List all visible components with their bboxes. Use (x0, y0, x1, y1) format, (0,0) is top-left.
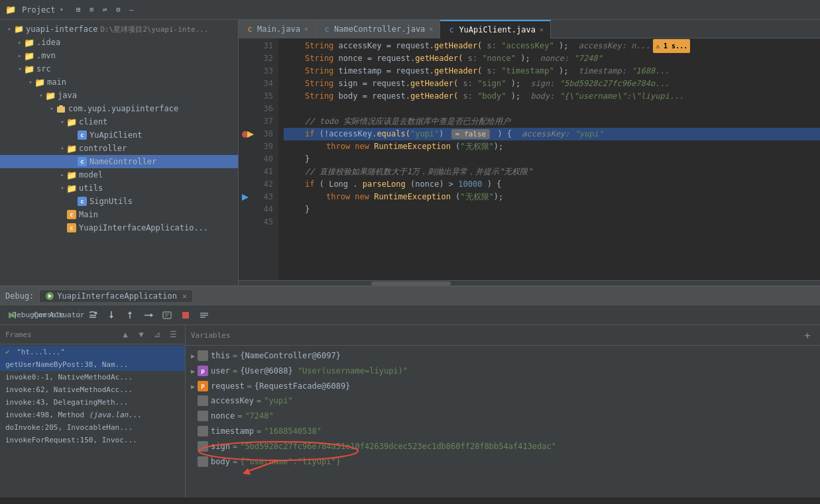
code-line-39[interactable]: throw new RuntimeException ("无权限"); (284, 140, 820, 153)
sidebar-item-model[interactable]: ▸ 📁 model (0, 168, 238, 181)
project-label[interactable]: Project (22, 5, 56, 15)
step-over-btn[interactable] (84, 308, 101, 323)
tab-yc-close[interactable]: ✕ (540, 26, 544, 33)
code-line-37[interactable]: // todo 实际情况应该是去数据库中查是否已分配给用户 (284, 115, 820, 128)
frame-item-1[interactable]: getUserNameByPost:38, Nam... (0, 358, 185, 371)
bp-44[interactable] (239, 203, 252, 216)
bp-31[interactable] (239, 40, 252, 52)
frames-down-btn[interactable]: ▼ (135, 328, 148, 341)
sidebar-item-src[interactable]: ▾ 📁 src (0, 62, 238, 76)
bp-38[interactable] (239, 128, 252, 140)
frames-up-btn[interactable]: ▲ (119, 328, 132, 341)
var-item-sign[interactable]: ▶ sign = "5bd5928c27fc96e784a51e10f42639… (186, 439, 820, 454)
code-line-34[interactable]: String sign = request.getHeader( s: "sig… (284, 77, 820, 90)
code-line-35[interactable]: String body = request.getHeader( s: "bod… (284, 90, 820, 103)
sidebar-item-yuapiclient[interactable]: ▸ c YuApiClient (0, 128, 238, 142)
tab-nc-close[interactable]: ✕ (429, 25, 433, 32)
var-item-nonce[interactable]: ▶ nonce = "7248" (186, 409, 820, 424)
sidebar-item-signutils[interactable]: ▸ c SignUtils (0, 195, 238, 208)
horizontal-scrollbar[interactable] (239, 280, 820, 285)
root-folder-icon: 📁 (13, 24, 24, 34)
bp-41[interactable] (239, 166, 252, 178)
tab-main[interactable]: c Main.java ✕ (239, 20, 316, 38)
debug-app-tab[interactable]: YuapiInterfaceApplication ✕ (39, 289, 193, 302)
line-numbers: 31 32 33 34 35 36 37 38 39 40 41 42 43 4… (252, 38, 278, 280)
tab-yuapiclient[interactable]: c YuApiClient.java ✕ (440, 20, 551, 38)
code-line-41[interactable]: // 直接校验如果随机数大于1万，则抛出异常，并提示"无权限" (284, 166, 820, 178)
code-line-45[interactable] (284, 216, 820, 228)
sidebar-item-client[interactable]: ▾ 📁 client (0, 115, 238, 128)
bp-42[interactable] (239, 178, 252, 191)
var-item-this[interactable]: ▶ this = {NameController@6097} (186, 348, 820, 364)
frames-menu-btn[interactable]: ☰ (166, 328, 180, 341)
bp-37[interactable] (239, 115, 252, 128)
sidebar-item-main[interactable]: ▾ 📁 main (0, 76, 238, 89)
code-line-40[interactable]: } (284, 153, 820, 166)
frame-item-2[interactable]: invoke0:-1, NativeMethodAc... (0, 371, 185, 383)
tab-namecontroller[interactable]: c NameController.java ✕ (316, 20, 440, 38)
code-line-38[interactable]: if (!accessKey.equals("yupi") = false ) … (284, 128, 820, 140)
frame-item-4[interactable]: invoke:43, DelegatingMeth... (0, 396, 185, 409)
settings-icon[interactable]: ⚙ (113, 5, 123, 15)
code-line-33[interactable]: String timestamp = request.getHeader( s:… (284, 65, 820, 77)
sidebar-root[interactable]: ▾ 📁 yuapi-interface D:\星球项目2\yuapi-inte.… (0, 23, 238, 36)
bp-33[interactable] (239, 65, 252, 77)
bp-43[interactable] (239, 191, 252, 203)
bp-34[interactable] (239, 77, 252, 90)
frame-item-0[interactable]: ✔ "ht...l..." (0, 346, 185, 358)
sidebar-item-main-class[interactable]: ▸ c Main (0, 208, 238, 221)
tab-main-close[interactable]: ✕ (304, 25, 308, 32)
sidebar-item-controller[interactable]: ▾ 📁 controller (0, 142, 238, 155)
var-item-accesskey[interactable]: ▶ accessKey = "yupi" (186, 393, 820, 409)
evaluate-btn[interactable] (158, 308, 176, 323)
bp-35[interactable] (239, 90, 252, 103)
code-line-43[interactable]: throw new RuntimeException ("无权限"); (284, 191, 820, 203)
var-item-request[interactable]: ▶ p request = {RequestFacade@6089} (186, 379, 820, 394)
code-line-31[interactable]: String accessKey = request.getHeader( s:… (284, 40, 820, 52)
sidebar-item-idea[interactable]: ▸ 📁 .idea (0, 36, 238, 49)
more-btn[interactable] (196, 308, 213, 323)
var-item-timestamp[interactable]: ▶ timestamp = "1688540538" (186, 424, 820, 439)
tab-bar: c Main.java ✕ c NameController.java ✕ c … (239, 20, 820, 38)
sidebar-item-app[interactable]: ▸ c YuapiInterfaceApplicatio... (0, 221, 238, 234)
sidebar-item-java[interactable]: ▾ 📁 java (0, 89, 238, 102)
frame-item-3[interactable]: invoke:62, NativeMethodAcc... (0, 383, 185, 396)
sidebar-item-package[interactable]: ▾ com.yupi.yuapiinterface (0, 102, 238, 115)
var-item-user[interactable]: ▶ p user = {User@6088} "User(username=li… (186, 364, 820, 379)
project-arrow[interactable]: ▾ (60, 5, 64, 14)
frames-filter-btn[interactable]: ⊿ (150, 328, 164, 341)
list-icon[interactable]: ≡ (86, 5, 97, 15)
bp-40[interactable] (239, 153, 252, 166)
sidebar-item-namecontroller[interactable]: ▸ c NameController (0, 155, 238, 168)
sidebar-item-utils[interactable]: ▾ 📁 utils (0, 181, 238, 195)
stop-btn[interactable] (177, 308, 194, 323)
var-item-body[interactable]: ▶ body = {"username":"liyupi"} (186, 454, 820, 470)
code-line-32[interactable]: String nonce = request.getHeader( s: "no… (284, 52, 820, 65)
code-line-44[interactable]: } (284, 203, 820, 216)
minimize-icon[interactable]: — (126, 5, 137, 15)
bp-32[interactable] (239, 52, 252, 65)
sync-icon[interactable]: ⇌ (99, 5, 110, 15)
frame-item-5[interactable]: invoke:498, Method (java.lan... (0, 409, 185, 421)
debug-app-close[interactable]: ✕ (182, 291, 187, 301)
scrollbar-thumb[interactable] (371, 281, 451, 285)
var-this-icon (198, 350, 208, 361)
sidebar-item-mvn[interactable]: ▸ 📁 .mvn (0, 49, 238, 62)
step-out-btn[interactable] (121, 308, 139, 323)
bp-36[interactable] (239, 103, 252, 115)
svg-marker-11 (109, 316, 113, 319)
debug-header: Debug: YuapiInterfaceApplication ✕ (0, 287, 820, 305)
frame-item-6[interactable]: doInvoke:205, InvocableHan... (0, 421, 185, 434)
code-line-36[interactable] (284, 103, 820, 115)
frame-item-7[interactable]: invokeForRequest:150, Invoc... (0, 434, 185, 446)
idea-arrow: ▸ (16, 38, 24, 46)
debug-actuator-btn[interactable]: Actuator (58, 308, 76, 323)
main-class-label: Main (79, 210, 98, 219)
bp-39[interactable] (239, 140, 252, 153)
step-into-btn[interactable] (103, 308, 120, 323)
bp-45[interactable] (239, 216, 252, 228)
add-watch-btn[interactable]: + (800, 328, 815, 342)
build-icon[interactable]: ⊞ (73, 5, 84, 15)
run-to-cursor-btn[interactable] (140, 308, 157, 323)
code-line-42[interactable]: if ( Long . parseLong (nonce) > 10000 ) … (284, 178, 820, 191)
